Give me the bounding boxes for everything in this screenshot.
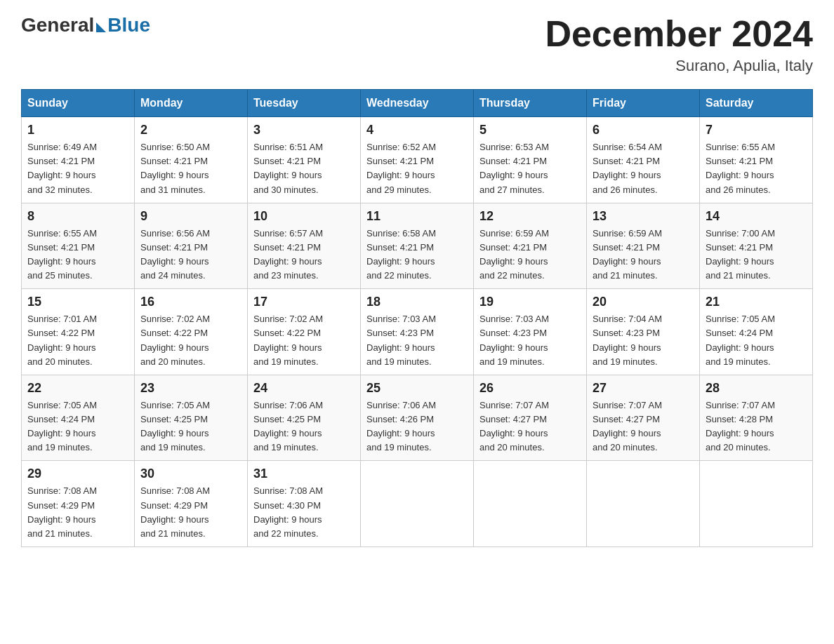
table-row: 30Sunrise: 7:08 AMSunset: 4:29 PMDayligh… (135, 461, 248, 547)
day-info: Sunrise: 7:08 AMSunset: 4:29 PMDaylight:… (27, 484, 128, 541)
day-info: Sunrise: 6:59 AMSunset: 4:21 PMDaylight:… (479, 227, 581, 283)
table-row: 20Sunrise: 7:04 AMSunset: 4:23 PMDayligh… (587, 289, 700, 375)
col-thursday: Thursday (474, 90, 587, 117)
day-number: 17 (253, 295, 355, 309)
day-number: 12 (479, 209, 581, 224)
table-row: 26Sunrise: 7:07 AMSunset: 4:27 PMDayligh… (474, 375, 587, 461)
day-number: 6 (593, 123, 694, 137)
day-number: 23 (140, 381, 241, 396)
day-number: 5 (479, 123, 581, 137)
day-number: 1 (27, 123, 128, 137)
table-row: 24Sunrise: 7:06 AMSunset: 4:25 PMDayligh… (248, 375, 361, 461)
day-info: Sunrise: 6:57 AMSunset: 4:21 PMDaylight:… (253, 227, 355, 283)
day-info: Sunrise: 7:06 AMSunset: 4:26 PMDaylight:… (366, 398, 468, 455)
logo-arrow-icon (96, 22, 106, 32)
calendar-week-row: 8Sunrise: 6:55 AMSunset: 4:21 PMDaylight… (22, 203, 813, 289)
location-subtitle: Surano, Apulia, Italy (545, 57, 813, 75)
table-row: 2Sunrise: 6:50 AMSunset: 4:21 PMDaylight… (135, 117, 248, 203)
day-number: 22 (27, 381, 128, 396)
day-number: 11 (366, 209, 468, 224)
table-row: 21Sunrise: 7:05 AMSunset: 4:24 PMDayligh… (700, 289, 813, 375)
table-row: 31Sunrise: 7:08 AMSunset: 4:30 PMDayligh… (248, 461, 361, 547)
day-number: 9 (140, 209, 241, 224)
table-row: 11Sunrise: 6:58 AMSunset: 4:21 PMDayligh… (361, 203, 474, 289)
day-info: Sunrise: 6:51 AMSunset: 4:21 PMDaylight:… (253, 140, 355, 197)
table-row (700, 461, 813, 547)
day-number: 7 (706, 123, 807, 137)
table-row: 14Sunrise: 7:00 AMSunset: 4:21 PMDayligh… (700, 203, 813, 289)
table-row: 22Sunrise: 7:05 AMSunset: 4:24 PMDayligh… (22, 375, 135, 461)
table-row (361, 461, 474, 547)
col-sunday: Sunday (22, 90, 135, 117)
logo: General Blue (21, 14, 150, 36)
table-row: 3Sunrise: 6:51 AMSunset: 4:21 PMDaylight… (248, 117, 361, 203)
logo-blue-text: Blue (107, 14, 150, 36)
table-row: 12Sunrise: 6:59 AMSunset: 4:21 PMDayligh… (474, 203, 587, 289)
col-wednesday: Wednesday (361, 90, 474, 117)
day-info: Sunrise: 7:05 AMSunset: 4:24 PMDaylight:… (706, 312, 807, 369)
day-info: Sunrise: 7:07 AMSunset: 4:28 PMDaylight:… (706, 398, 807, 455)
day-number: 26 (479, 381, 581, 396)
calendar-week-row: 29Sunrise: 7:08 AMSunset: 4:29 PMDayligh… (22, 461, 813, 547)
table-row: 16Sunrise: 7:02 AMSunset: 4:22 PMDayligh… (135, 289, 248, 375)
day-info: Sunrise: 6:49 AMSunset: 4:21 PMDaylight:… (27, 140, 128, 197)
day-number: 31 (253, 467, 355, 481)
day-info: Sunrise: 6:54 AMSunset: 4:21 PMDaylight:… (593, 140, 694, 197)
title-area: December 2024 Surano, Apulia, Italy (545, 14, 813, 75)
day-number: 14 (706, 209, 807, 224)
col-friday: Friday (587, 90, 700, 117)
day-info: Sunrise: 7:07 AMSunset: 4:27 PMDaylight:… (593, 398, 694, 455)
day-number: 13 (593, 209, 694, 224)
day-number: 21 (706, 295, 807, 309)
day-number: 8 (27, 209, 128, 224)
table-row: 17Sunrise: 7:02 AMSunset: 4:22 PMDayligh… (248, 289, 361, 375)
month-title: December 2024 (545, 14, 813, 54)
day-number: 27 (593, 381, 694, 396)
table-row: 18Sunrise: 7:03 AMSunset: 4:23 PMDayligh… (361, 289, 474, 375)
table-row: 27Sunrise: 7:07 AMSunset: 4:27 PMDayligh… (587, 375, 700, 461)
day-info: Sunrise: 7:02 AMSunset: 4:22 PMDaylight:… (253, 312, 355, 369)
day-info: Sunrise: 6:59 AMSunset: 4:21 PMDaylight:… (593, 227, 694, 283)
day-number: 19 (479, 295, 581, 309)
day-info: Sunrise: 7:08 AMSunset: 4:29 PMDaylight:… (140, 484, 241, 541)
table-row: 13Sunrise: 6:59 AMSunset: 4:21 PMDayligh… (587, 203, 700, 289)
table-row: 23Sunrise: 7:05 AMSunset: 4:25 PMDayligh… (135, 375, 248, 461)
col-saturday: Saturday (700, 90, 813, 117)
col-tuesday: Tuesday (248, 90, 361, 117)
day-info: Sunrise: 7:03 AMSunset: 4:23 PMDaylight:… (479, 312, 581, 369)
day-number: 28 (706, 381, 807, 396)
day-info: Sunrise: 7:04 AMSunset: 4:23 PMDaylight:… (593, 312, 694, 369)
day-info: Sunrise: 7:05 AMSunset: 4:24 PMDaylight:… (27, 398, 128, 455)
day-number: 20 (593, 295, 694, 309)
day-info: Sunrise: 7:06 AMSunset: 4:25 PMDaylight:… (253, 398, 355, 455)
day-number: 30 (140, 467, 241, 481)
day-info: Sunrise: 7:08 AMSunset: 4:30 PMDaylight:… (253, 484, 355, 541)
day-number: 2 (140, 123, 241, 137)
day-number: 25 (366, 381, 468, 396)
table-row: 5Sunrise: 6:53 AMSunset: 4:21 PMDaylight… (474, 117, 587, 203)
day-info: Sunrise: 6:55 AMSunset: 4:21 PMDaylight:… (27, 227, 128, 283)
day-info: Sunrise: 6:58 AMSunset: 4:21 PMDaylight:… (366, 227, 468, 283)
day-info: Sunrise: 6:50 AMSunset: 4:21 PMDaylight:… (140, 140, 241, 197)
table-row: 10Sunrise: 6:57 AMSunset: 4:21 PMDayligh… (248, 203, 361, 289)
page-header: General Blue December 2024 Surano, Apuli… (21, 14, 813, 75)
table-row: 7Sunrise: 6:55 AMSunset: 4:21 PMDaylight… (700, 117, 813, 203)
table-row: 1Sunrise: 6:49 AMSunset: 4:21 PMDaylight… (22, 117, 135, 203)
day-info: Sunrise: 7:02 AMSunset: 4:22 PMDaylight:… (140, 312, 241, 369)
table-row: 9Sunrise: 6:56 AMSunset: 4:21 PMDaylight… (135, 203, 248, 289)
calendar-week-row: 15Sunrise: 7:01 AMSunset: 4:22 PMDayligh… (22, 289, 813, 375)
day-number: 24 (253, 381, 355, 396)
day-info: Sunrise: 7:07 AMSunset: 4:27 PMDaylight:… (479, 398, 581, 455)
table-row: 8Sunrise: 6:55 AMSunset: 4:21 PMDaylight… (22, 203, 135, 289)
day-number: 29 (27, 467, 128, 481)
table-row: 15Sunrise: 7:01 AMSunset: 4:22 PMDayligh… (22, 289, 135, 375)
day-number: 18 (366, 295, 468, 309)
table-row (587, 461, 700, 547)
calendar-header-row: Sunday Monday Tuesday Wednesday Thursday… (22, 90, 813, 117)
day-number: 3 (253, 123, 355, 137)
day-info: Sunrise: 7:01 AMSunset: 4:22 PMDaylight:… (27, 312, 128, 369)
day-info: Sunrise: 6:55 AMSunset: 4:21 PMDaylight:… (706, 140, 807, 197)
table-row (474, 461, 587, 547)
day-info: Sunrise: 6:52 AMSunset: 4:21 PMDaylight:… (366, 140, 468, 197)
day-number: 15 (27, 295, 128, 309)
